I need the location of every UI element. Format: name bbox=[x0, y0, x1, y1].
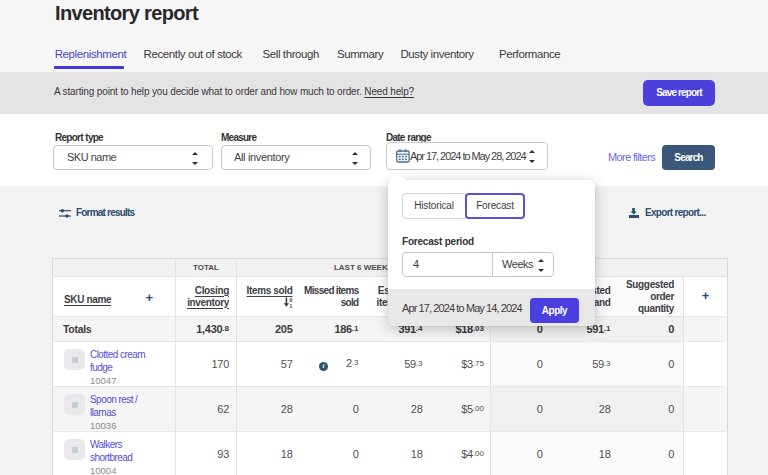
svg-text:9: 9 bbox=[289, 297, 292, 303]
svg-text:1: 1 bbox=[289, 302, 292, 307]
